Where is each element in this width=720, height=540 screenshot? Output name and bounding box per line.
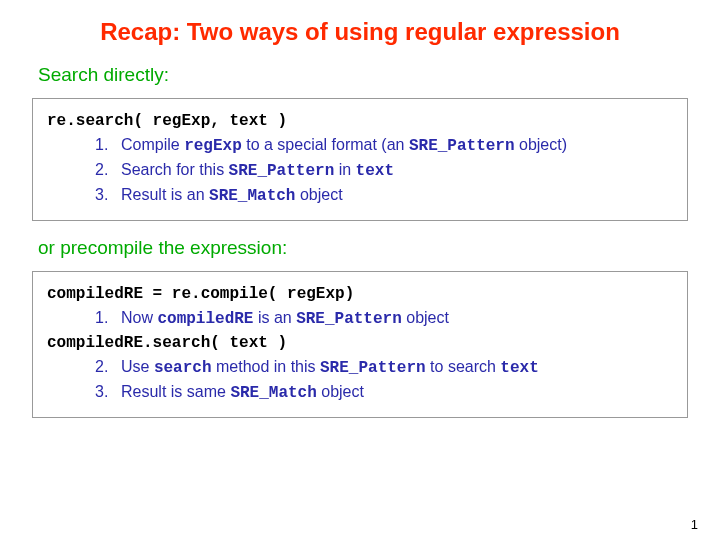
codebox-direct-search: re.search( regExp, text ) 1. Compile reg… xyxy=(32,98,688,221)
list-item: 3. Result is same SRE_Match object xyxy=(95,380,673,405)
page-number: 1 xyxy=(691,517,698,532)
codebox-precompile: compiledRE = re.compile( regExp) 1. Now … xyxy=(32,271,688,418)
item-text: Search for this SRE_Pattern in text xyxy=(121,158,394,183)
item-text: Result is an SRE_Match object xyxy=(121,183,343,208)
item-text: Compile regExp to a special format (an S… xyxy=(121,133,567,158)
item-number: 2. xyxy=(95,158,121,183)
item-number: 1. xyxy=(95,306,121,331)
subhead-search-directly: Search directly: xyxy=(38,64,688,86)
list-item: 3. Result is an SRE_Match object xyxy=(95,183,673,208)
list-item: 1. Now compiledRE is an SRE_Pattern obje… xyxy=(95,306,673,331)
slide-title: Recap: Two ways of using regular express… xyxy=(32,18,688,46)
item-number: 3. xyxy=(95,380,121,405)
item-number: 3. xyxy=(95,183,121,208)
item-number: 2. xyxy=(95,355,121,380)
item-number: 1. xyxy=(95,133,121,158)
list-item: 1. Compile regExp to a special format (a… xyxy=(95,133,673,158)
code-line: compiledRE.search( text ) xyxy=(47,331,673,355)
code-line: re.search( regExp, text ) xyxy=(47,109,673,133)
item-text: Result is same SRE_Match object xyxy=(121,380,364,405)
item-text: Use search method in this SRE_Pattern to… xyxy=(121,355,539,380)
list-item: 2. Use search method in this SRE_Pattern… xyxy=(95,355,673,380)
subhead-precompile: or precompile the expression: xyxy=(38,237,688,259)
code-line: compiledRE = re.compile( regExp) xyxy=(47,282,673,306)
item-text: Now compiledRE is an SRE_Pattern object xyxy=(121,306,449,331)
list-item: 2. Search for this SRE_Pattern in text xyxy=(95,158,673,183)
